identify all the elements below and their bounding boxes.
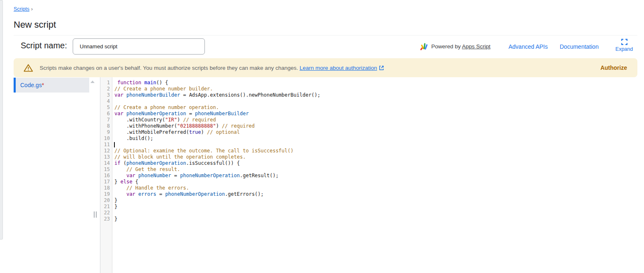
code-editor[interactable]: function main() {// Create a phone numbe… bbox=[114, 80, 635, 222]
line-number: 23 bbox=[100, 216, 112, 222]
text-cursor bbox=[114, 142, 115, 147]
line-number-gutter: 1234567891011121314151617181920212223 bbox=[100, 77, 112, 273]
powered-by-text: Powered by bbox=[431, 43, 461, 50]
code-line: } bbox=[114, 197, 635, 204]
file-tab-label: Code.gs bbox=[20, 82, 42, 88]
page-title: New script bbox=[14, 19, 56, 30]
code-line bbox=[114, 210, 635, 216]
code-line: // Get the result. bbox=[114, 166, 635, 173]
code-line: // Handle the errors. bbox=[114, 185, 635, 191]
line-number: 11 bbox=[100, 142, 112, 148]
external-link-icon bbox=[379, 65, 384, 71]
collapsed-panel-strip[interactable] bbox=[0, 0, 3, 240]
code-line bbox=[114, 98, 635, 104]
line-number: 19 bbox=[100, 191, 112, 197]
line-number: 15 bbox=[100, 166, 112, 173]
script-name-bar: Script name: Powered by Apps Script Adva… bbox=[14, 35, 637, 57]
page: Scripts› New script Script name: Powered… bbox=[0, 0, 644, 273]
unsaved-marker: * bbox=[42, 82, 44, 88]
line-number: 22 bbox=[100, 210, 112, 216]
line-number: 5 bbox=[100, 104, 112, 111]
line-number: 10 bbox=[100, 135, 112, 142]
line-number: 8 bbox=[100, 123, 112, 129]
authorize-button[interactable]: Authorize bbox=[600, 64, 627, 71]
line-number: 14 bbox=[100, 160, 112, 166]
apps-script-logo-icon bbox=[419, 42, 428, 51]
code-line: .withPhoneNumber("02188888888") // requi… bbox=[114, 123, 635, 129]
line-number: 9 bbox=[100, 129, 112, 135]
expand-label: Expand bbox=[615, 46, 633, 52]
code-line: // will block until the operation comple… bbox=[114, 154, 635, 160]
line-number: 17 bbox=[100, 179, 112, 185]
line-number: 7 bbox=[100, 117, 112, 123]
fullscreen-expand-icon bbox=[621, 39, 627, 45]
code-line: if (phoneNumberOperation.isSuccessful())… bbox=[114, 160, 635, 166]
chevron-right-icon: › bbox=[31, 6, 33, 12]
code-line: var errors = phoneNumberOperation.getErr… bbox=[114, 191, 635, 197]
panel-splitter-handle[interactable] bbox=[94, 211, 97, 218]
code-line: // Optional: examine the outcome. The ca… bbox=[114, 148, 635, 154]
code-line: // Create a phone number operation. bbox=[114, 104, 635, 111]
file-list-scroll-up-icon[interactable] bbox=[90, 81, 95, 83]
code-line: } bbox=[114, 216, 635, 222]
script-name-label: Script name: bbox=[21, 41, 67, 50]
powered-by-apps-script: Powered by Apps Script bbox=[419, 36, 490, 57]
apps-script-link[interactable]: Apps Script bbox=[462, 43, 490, 50]
script-name-input[interactable] bbox=[73, 38, 205, 55]
documentation-link[interactable]: Documentation bbox=[560, 36, 599, 57]
code-line: function main() { bbox=[114, 80, 635, 86]
breadcrumb: Scripts› bbox=[14, 6, 33, 12]
file-tab-code-gs[interactable]: Code.gs* bbox=[14, 78, 89, 93]
code-line bbox=[114, 142, 635, 148]
line-number: 18 bbox=[100, 185, 112, 191]
line-number: 20 bbox=[100, 197, 112, 204]
learn-more-authorization-link[interactable]: Learn more about authorization bbox=[299, 65, 377, 71]
code-line: var phoneNumber = phoneNumberOperation.g… bbox=[114, 173, 635, 179]
code-line: .withCountry("IR") // required bbox=[114, 117, 635, 123]
line-number: 6 bbox=[100, 111, 112, 117]
code-line: } bbox=[114, 204, 635, 210]
line-number: 2 bbox=[100, 86, 112, 92]
breadcrumb-scripts-link[interactable]: Scripts bbox=[14, 6, 29, 12]
line-number: 12 bbox=[100, 148, 112, 154]
line-number: 1 bbox=[100, 80, 112, 86]
code-line: var phoneNumberBuilder = AdsApp.extensio… bbox=[114, 92, 635, 98]
code-line: // Create a phone number builder. bbox=[114, 86, 635, 92]
line-number: 13 bbox=[100, 154, 112, 160]
code-line: .build(); bbox=[114, 135, 635, 142]
line-number: 4 bbox=[100, 98, 112, 104]
warning-triangle-icon bbox=[24, 64, 33, 72]
code-line: } else { bbox=[114, 179, 635, 185]
expand-button[interactable]: Expand bbox=[611, 39, 637, 52]
line-number: 16 bbox=[100, 173, 112, 179]
code-line: var phoneNumberOperation = phoneNumberBu… bbox=[114, 111, 635, 117]
warning-message: Scripts make changes on a user's behalf.… bbox=[40, 65, 298, 71]
line-number: 3 bbox=[100, 92, 112, 98]
code-line: .withMobilePreferred(true) // optional bbox=[114, 129, 635, 135]
authorization-warning-banner: Scripts make changes on a user's behalf.… bbox=[14, 58, 637, 77]
advanced-apis-link[interactable]: Advanced APIs bbox=[509, 36, 548, 57]
line-number: 21 bbox=[100, 204, 112, 210]
